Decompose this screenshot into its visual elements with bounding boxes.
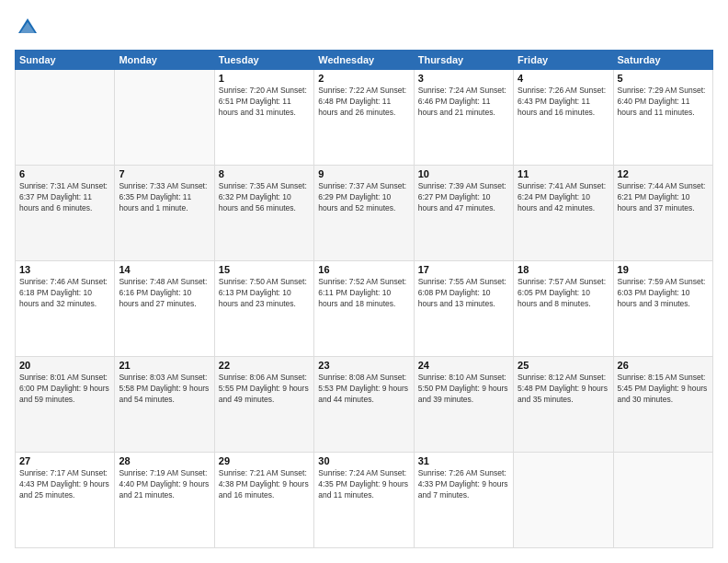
week-row-5: 27Sunrise: 7:17 AM Sunset: 4:43 PM Dayli… bbox=[16, 453, 713, 548]
day-number: 18 bbox=[518, 264, 609, 275]
day-number: 26 bbox=[618, 360, 709, 371]
day-number: 16 bbox=[318, 264, 409, 275]
day-info: Sunrise: 7:22 AM Sunset: 6:48 PM Dayligh… bbox=[318, 86, 409, 119]
day-number: 15 bbox=[219, 264, 310, 275]
day-info: Sunrise: 7:20 AM Sunset: 6:51 PM Dayligh… bbox=[219, 86, 310, 119]
day-cell: 8Sunrise: 7:35 AM Sunset: 6:32 PM Daylig… bbox=[214, 166, 313, 261]
day-cell: 5Sunrise: 7:29 AM Sunset: 6:40 PM Daylig… bbox=[613, 70, 712, 166]
day-info: Sunrise: 8:10 AM Sunset: 5:50 PM Dayligh… bbox=[418, 373, 509, 406]
day-info: Sunrise: 7:24 AM Sunset: 6:46 PM Dayligh… bbox=[418, 86, 509, 119]
day-cell: 16Sunrise: 7:52 AM Sunset: 6:11 PM Dayli… bbox=[314, 261, 414, 357]
day-info: Sunrise: 7:46 AM Sunset: 6:18 PM Dayligh… bbox=[19, 277, 110, 310]
day-number: 4 bbox=[518, 73, 609, 84]
week-row-2: 6Sunrise: 7:31 AM Sunset: 6:37 PM Daylig… bbox=[16, 166, 713, 261]
day-info: Sunrise: 7:55 AM Sunset: 6:08 PM Dayligh… bbox=[418, 277, 509, 310]
day-cell: 3Sunrise: 7:24 AM Sunset: 6:46 PM Daylig… bbox=[414, 70, 513, 166]
day-cell: 6Sunrise: 7:31 AM Sunset: 6:37 PM Daylig… bbox=[16, 166, 115, 261]
day-info: Sunrise: 8:12 AM Sunset: 5:48 PM Dayligh… bbox=[518, 373, 609, 406]
day-number: 11 bbox=[518, 168, 609, 179]
day-cell: 11Sunrise: 7:41 AM Sunset: 6:24 PM Dayli… bbox=[514, 166, 613, 261]
day-number: 8 bbox=[219, 168, 310, 179]
day-header-saturday: Saturday bbox=[613, 51, 712, 70]
day-cell: 15Sunrise: 7:50 AM Sunset: 6:13 PM Dayli… bbox=[214, 261, 313, 357]
day-cell: 18Sunrise: 7:57 AM Sunset: 6:05 PM Dayli… bbox=[514, 261, 613, 357]
day-number: 13 bbox=[19, 264, 110, 275]
day-header-tuesday: Tuesday bbox=[214, 51, 313, 70]
day-cell bbox=[16, 70, 115, 166]
day-cell: 7Sunrise: 7:33 AM Sunset: 6:35 PM Daylig… bbox=[115, 166, 214, 261]
day-cell: 4Sunrise: 7:26 AM Sunset: 6:43 PM Daylig… bbox=[514, 70, 613, 166]
day-number: 30 bbox=[318, 455, 409, 466]
day-info: Sunrise: 7:26 AM Sunset: 6:43 PM Dayligh… bbox=[518, 86, 609, 119]
day-header-sunday: Sunday bbox=[16, 51, 115, 70]
day-info: Sunrise: 7:39 AM Sunset: 6:27 PM Dayligh… bbox=[418, 181, 509, 214]
day-info: Sunrise: 7:19 AM Sunset: 4:40 PM Dayligh… bbox=[119, 468, 210, 501]
day-header-monday: Monday bbox=[115, 51, 214, 70]
day-number: 29 bbox=[219, 455, 310, 466]
day-cell: 20Sunrise: 8:01 AM Sunset: 6:00 PM Dayli… bbox=[16, 357, 115, 453]
day-cell: 10Sunrise: 7:39 AM Sunset: 6:27 PM Dayli… bbox=[414, 166, 513, 261]
header bbox=[15, 15, 713, 40]
day-cell: 25Sunrise: 8:12 AM Sunset: 5:48 PM Dayli… bbox=[514, 357, 613, 453]
day-info: Sunrise: 7:33 AM Sunset: 6:35 PM Dayligh… bbox=[119, 181, 210, 214]
day-info: Sunrise: 7:29 AM Sunset: 6:40 PM Dayligh… bbox=[618, 86, 709, 119]
day-info: Sunrise: 8:15 AM Sunset: 5:45 PM Dayligh… bbox=[618, 373, 709, 406]
day-cell: 28Sunrise: 7:19 AM Sunset: 4:40 PM Dayli… bbox=[115, 453, 214, 548]
day-info: Sunrise: 8:08 AM Sunset: 5:53 PM Dayligh… bbox=[318, 373, 409, 406]
day-number: 1 bbox=[219, 73, 310, 84]
day-cell: 31Sunrise: 7:26 AM Sunset: 4:33 PM Dayli… bbox=[414, 453, 513, 548]
day-cell: 19Sunrise: 7:59 AM Sunset: 6:03 PM Dayli… bbox=[613, 261, 712, 357]
day-number: 3 bbox=[418, 73, 509, 84]
day-info: Sunrise: 7:44 AM Sunset: 6:21 PM Dayligh… bbox=[618, 181, 709, 214]
day-cell: 12Sunrise: 7:44 AM Sunset: 6:21 PM Dayli… bbox=[613, 166, 712, 261]
day-cell: 24Sunrise: 8:10 AM Sunset: 5:50 PM Dayli… bbox=[414, 357, 513, 453]
day-number: 31 bbox=[418, 455, 509, 466]
day-info: Sunrise: 7:35 AM Sunset: 6:32 PM Dayligh… bbox=[219, 181, 310, 214]
day-cell: 17Sunrise: 7:55 AM Sunset: 6:08 PM Dayli… bbox=[414, 261, 513, 357]
day-cell: 1Sunrise: 7:20 AM Sunset: 6:51 PM Daylig… bbox=[214, 70, 313, 166]
day-number: 21 bbox=[119, 360, 210, 371]
day-info: Sunrise: 7:31 AM Sunset: 6:37 PM Dayligh… bbox=[19, 181, 110, 214]
day-cell: 13Sunrise: 7:46 AM Sunset: 6:18 PM Dayli… bbox=[16, 261, 115, 357]
day-cell: 14Sunrise: 7:48 AM Sunset: 6:16 PM Dayli… bbox=[115, 261, 214, 357]
day-header-thursday: Thursday bbox=[414, 51, 513, 70]
day-number: 23 bbox=[318, 360, 409, 371]
day-cell: 23Sunrise: 8:08 AM Sunset: 5:53 PM Dayli… bbox=[314, 357, 414, 453]
day-number: 28 bbox=[119, 455, 210, 466]
day-header-friday: Friday bbox=[514, 51, 613, 70]
day-cell bbox=[514, 453, 613, 548]
day-cell: 2Sunrise: 7:22 AM Sunset: 6:48 PM Daylig… bbox=[314, 70, 414, 166]
day-number: 9 bbox=[318, 168, 409, 179]
day-header-wednesday: Wednesday bbox=[314, 51, 414, 70]
day-number: 25 bbox=[518, 360, 609, 371]
day-cell: 9Sunrise: 7:37 AM Sunset: 6:29 PM Daylig… bbox=[314, 166, 414, 261]
day-number: 22 bbox=[219, 360, 310, 371]
header-row: SundayMondayTuesdayWednesdayThursdayFrid… bbox=[16, 51, 713, 70]
day-number: 14 bbox=[119, 264, 210, 275]
day-info: Sunrise: 7:21 AM Sunset: 4:38 PM Dayligh… bbox=[219, 468, 310, 501]
day-number: 12 bbox=[618, 168, 709, 179]
day-number: 19 bbox=[618, 264, 709, 275]
day-number: 20 bbox=[19, 360, 110, 371]
logo-icon bbox=[15, 15, 40, 40]
day-cell: 27Sunrise: 7:17 AM Sunset: 4:43 PM Dayli… bbox=[16, 453, 115, 548]
day-cell: 22Sunrise: 8:06 AM Sunset: 5:55 PM Dayli… bbox=[214, 357, 313, 453]
day-cell bbox=[115, 70, 214, 166]
day-info: Sunrise: 8:01 AM Sunset: 6:00 PM Dayligh… bbox=[19, 373, 110, 406]
day-cell: 30Sunrise: 7:24 AM Sunset: 4:35 PM Dayli… bbox=[314, 453, 414, 548]
day-cell: 29Sunrise: 7:21 AM Sunset: 4:38 PM Dayli… bbox=[214, 453, 313, 548]
day-info: Sunrise: 7:41 AM Sunset: 6:24 PM Dayligh… bbox=[518, 181, 609, 214]
logo bbox=[15, 15, 44, 40]
day-info: Sunrise: 7:59 AM Sunset: 6:03 PM Dayligh… bbox=[618, 277, 709, 310]
day-info: Sunrise: 7:37 AM Sunset: 6:29 PM Dayligh… bbox=[318, 181, 409, 214]
day-info: Sunrise: 7:57 AM Sunset: 6:05 PM Dayligh… bbox=[518, 277, 609, 310]
day-info: Sunrise: 7:24 AM Sunset: 4:35 PM Dayligh… bbox=[318, 468, 409, 501]
day-info: Sunrise: 7:50 AM Sunset: 6:13 PM Dayligh… bbox=[219, 277, 310, 310]
day-number: 27 bbox=[19, 455, 110, 466]
page: SundayMondayTuesdayWednesdayThursdayFrid… bbox=[0, 0, 728, 563]
day-number: 10 bbox=[418, 168, 509, 179]
day-info: Sunrise: 7:26 AM Sunset: 4:33 PM Dayligh… bbox=[418, 468, 509, 501]
week-row-4: 20Sunrise: 8:01 AM Sunset: 6:00 PM Dayli… bbox=[16, 357, 713, 453]
day-info: Sunrise: 7:17 AM Sunset: 4:43 PM Dayligh… bbox=[19, 468, 110, 501]
day-number: 2 bbox=[318, 73, 409, 84]
